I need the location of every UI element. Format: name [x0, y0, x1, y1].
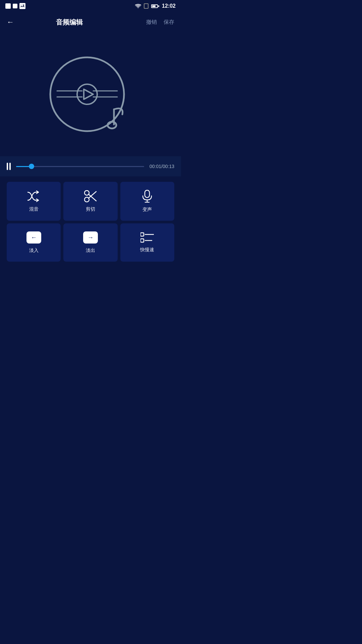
- svg-point-1: [23, 5, 24, 6]
- status-bar: 12:02: [0, 0, 181, 12]
- music-icon-container: [44, 47, 137, 141]
- fadeout-label: 淡出: [86, 248, 95, 254]
- main-content: [0, 32, 181, 156]
- svg-point-3: [77, 84, 97, 104]
- tool-grid: 混音 剪切 变声 ← 淡入 → 淡出: [0, 176, 181, 267]
- speed-label: 快慢速: [140, 247, 154, 253]
- time-display: 00:01/00:13: [149, 164, 174, 169]
- fadein-arrow-icon: ←: [31, 234, 37, 241]
- header-actions: 撤销 保存: [146, 19, 174, 26]
- pause-bar-right: [9, 163, 11, 170]
- fadeout-icon-box: →: [83, 231, 98, 244]
- sim-icon: [144, 3, 148, 9]
- status-icon-1: [5, 3, 11, 9]
- svg-marker-8: [84, 89, 93, 99]
- cancel-button[interactable]: 撤销: [146, 19, 157, 26]
- tool-mix[interactable]: 混音: [7, 182, 61, 221]
- save-button[interactable]: 保存: [164, 19, 174, 26]
- tool-speed[interactable]: 快慢速: [120, 223, 174, 262]
- fadein-label: 淡入: [29, 248, 39, 254]
- battery-icon: [151, 4, 159, 8]
- scissors-icon: [84, 190, 97, 202]
- progress-container[interactable]: [16, 166, 144, 167]
- status-time: 12:02: [162, 3, 176, 9]
- svg-rect-15: [145, 190, 149, 198]
- pause-button[interactable]: [7, 163, 11, 170]
- tool-fadein[interactable]: ← 淡入: [7, 223, 61, 262]
- svg-point-2: [50, 57, 124, 131]
- progress-track: [16, 166, 144, 167]
- svg-rect-20: [140, 239, 144, 242]
- mic-icon: [142, 190, 153, 203]
- tool-voice[interactable]: 变声: [120, 182, 174, 221]
- header: ← 音频编辑 撤销 保存: [0, 12, 181, 32]
- mix-label: 混音: [29, 206, 39, 212]
- player-bar: 00:01/00:13: [0, 156, 181, 176]
- mix-icon: [27, 190, 41, 202]
- cut-label: 剪切: [86, 206, 95, 212]
- svg-rect-18: [140, 233, 144, 236]
- page-title: 音频编辑: [19, 18, 119, 27]
- wifi-icon: [135, 4, 141, 8]
- status-right-icons: 12:02: [135, 3, 176, 9]
- tool-cut[interactable]: 剪切: [63, 182, 117, 221]
- status-image-icon: [19, 3, 25, 9]
- voice-label: 变声: [142, 207, 152, 213]
- fadeout-arrow-icon: →: [87, 234, 94, 241]
- tool-fadeout[interactable]: → 淡出: [63, 223, 117, 262]
- status-left-icons: [5, 3, 25, 9]
- speed-icon: [140, 232, 154, 243]
- svg-point-10: [108, 122, 116, 128]
- fadein-icon-box: ←: [26, 231, 41, 244]
- pause-bar-left: [7, 163, 8, 170]
- back-button[interactable]: ←: [7, 18, 14, 26]
- progress-thumb[interactable]: [29, 164, 34, 169]
- music-vinyl-icon: [44, 47, 137, 141]
- status-icon-2: [13, 4, 17, 8]
